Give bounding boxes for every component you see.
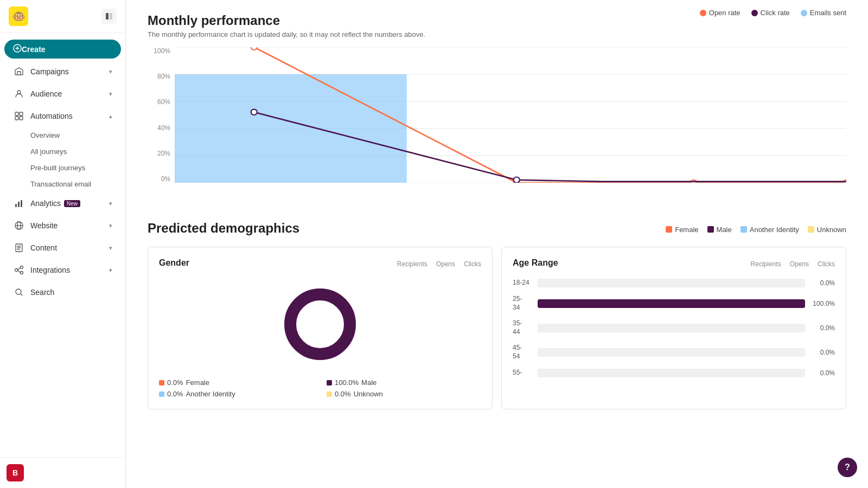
age-rows: 18-24 0.0% 25-34 100.0% [513,279,835,377]
user-avatar[interactable]: B [7,464,24,481]
age-label-45-54: 45-54 [513,344,532,361]
automations-label: Automations [30,112,73,120]
create-button[interactable]: Create [4,40,121,59]
sub-item-transactional[interactable]: Transactional email [4,176,121,192]
legend-another-identity-label: Another Identity [750,226,799,234]
svg-point-25 [251,47,257,50]
age-bar-track-18-24 [538,279,805,287]
male-label: Male [361,378,376,387]
y-label-40: 40% [157,124,170,132]
sidebar-item-search[interactable]: Search [4,281,121,303]
y-label-100: 100% [154,47,170,55]
sidebar-item-audience[interactable]: Audience ▾ [4,83,121,105]
sidebar-item-campaigns[interactable]: Campaigns ▾ [4,61,121,82]
search-label: Search [30,288,54,297]
sidebar-toggle-button[interactable] [101,9,117,24]
main-content: Monthly performance Open rate Click rate… [126,0,868,488]
another-identity-dot [741,226,747,233]
female-label: Female [186,378,209,387]
legend-male: Male [707,226,732,234]
sidebar-bottom: B [0,457,125,488]
audience-icon [13,88,25,100]
click-rate-dot [751,10,758,16]
sub-item-transactional-label: Transactional email [30,180,91,188]
y-label-0: 0% [161,175,170,183]
age-bar-track-25-34 [538,299,805,308]
demographics-cards: Gender Recipients Opens Clicks [148,247,846,409]
integrations-chevron: ▾ [109,267,112,274]
integrations-label: Integrations [30,266,70,274]
age-range-title: Age Range [513,258,558,268]
sub-item-all-journeys-label: All journeys [30,147,67,156]
automations-icon [13,110,25,122]
legend-open-rate: Open rate [700,9,741,17]
legend-emails-sent: Emails sent [801,9,846,17]
demographics-header: Predicted demographics Female Male Anoth… [148,221,846,238]
search-icon [13,286,25,298]
female-dot [666,226,672,233]
analytics-label: Analytics [30,199,61,208]
legend-another-identity: Another Identity [741,226,799,234]
svg-point-29 [251,110,257,115]
gender-col-clicks: Clicks [464,260,481,268]
age-row-55-plus: 55- 0.0% [513,369,835,377]
unknown-label: Unknown [354,390,383,398]
donut-chart [277,281,363,368]
unknown-sq [327,391,332,397]
sub-item-prebuilt[interactable]: Pre-built journeys [4,160,121,176]
monthly-performance-title: Monthly performance [148,13,280,28]
svg-rect-8 [15,204,17,207]
gender-card: Gender Recipients Opens Clicks [148,247,493,409]
website-icon [13,220,25,232]
legend-female-label: Female [675,226,698,234]
legend-click-rate-label: Click rate [761,9,790,17]
campaigns-icon [13,66,25,78]
audience-chevron: ▾ [109,91,112,98]
svg-point-14 [15,269,18,272]
age-range-card: Age Range Recipients Opens Clicks 18-24 [501,247,846,409]
sub-item-overview-label: Overview [30,131,60,139]
sidebar-item-automations[interactable]: Automations ▴ [4,105,121,127]
legend-emails-sent-label: Emails sent [810,9,846,17]
donut-legend-female: 0.0% Female [159,378,314,387]
y-label-80: 80% [157,73,170,80]
svg-rect-24 [175,74,407,183]
age-pct-55-plus: 0.0% [810,369,835,377]
sub-item-all-journeys[interactable]: All journeys [4,144,121,159]
content-icon [13,242,25,254]
donut-chart-wrapper [159,281,481,368]
gender-col-opens: Opens [436,260,455,268]
sidebar-item-content[interactable]: Content ▾ [4,237,121,259]
age-col-clicks: Clicks [818,260,835,268]
open-rate-dot [700,10,706,16]
svg-rect-10 [21,200,22,207]
sub-item-prebuilt-label: Pre-built journeys [30,164,85,172]
donut-legend: 0.0% Female 100.0% Male 0.0% Another Ide… [159,378,481,398]
chart-draw-area [175,47,846,183]
sidebar-item-website[interactable]: Website ▾ [4,215,121,236]
svg-point-31 [290,294,350,354]
age-row-35-44: 35-44 0.0% [513,319,835,336]
age-col-opens: Opens [790,260,809,268]
legend-open-rate-label: Open rate [709,9,741,17]
svg-point-17 [16,289,21,294]
age-row-45-54: 45-54 0.0% [513,344,835,361]
analytics-chevron: ▾ [109,200,112,207]
svg-rect-1 [110,13,112,20]
sidebar-item-integrations[interactable]: Integrations ▾ [4,259,121,281]
analytics-icon [13,197,25,209]
svg-rect-0 [106,13,108,20]
male-sq [327,380,332,386]
y-label-20: 20% [157,150,170,157]
age-pct-18-24: 0.0% [810,279,835,287]
age-label-55-plus: 55- [513,369,532,377]
emails-sent-dot [801,10,807,16]
automations-chevron: ▴ [109,113,112,120]
logo-icon: 🐵 [9,7,28,26]
svg-point-15 [21,266,23,269]
demographics-legend: Female Male Another Identity Unknown [666,226,846,234]
help-button[interactable]: ? [838,458,857,477]
sub-item-overview[interactable]: Overview [4,127,121,143]
age-col-recipients: Recipients [751,260,781,268]
sidebar-item-analytics[interactable]: Analytics New ▾ [4,192,121,214]
